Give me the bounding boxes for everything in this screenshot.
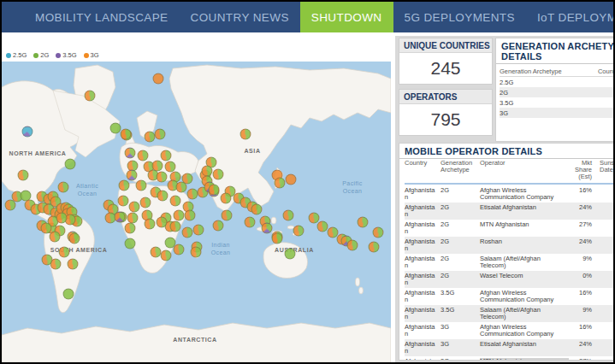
table-row[interactable]: Afghanistan3GEtisalat Afghanistan24% [405, 339, 615, 356]
operator-pie-marker[interactable] [176, 182, 187, 193]
table-row[interactable]: Afghanistan2GEtisalat Afghanistan24% [405, 203, 615, 220]
operator-pie-marker[interactable] [245, 217, 256, 228]
operator-pie-marker[interactable] [182, 227, 193, 238]
operator-pie-marker[interactable] [59, 247, 70, 258]
table-row[interactable]: Afghanistan3GAfghan Wireless Communicati… [405, 322, 615, 339]
operator-pie-marker[interactable] [125, 148, 136, 159]
operator-pie-marker[interactable] [193, 225, 204, 236]
op-cell-archetype: 3G [441, 358, 480, 360]
operator-pie-marker[interactable] [161, 150, 172, 161]
table-row[interactable]: 2G239683 [500, 87, 615, 97]
op-cell-operator: Afghan Wireless Communication Company [480, 324, 569, 338]
operator-pie-marker[interactable] [286, 174, 297, 185]
operator-pie-marker[interactable] [125, 223, 136, 234]
op-cell-mkt_share: 24% [569, 204, 596, 218]
legend-dot-icon [33, 53, 38, 58]
operator-pie-marker[interactable] [157, 217, 168, 228]
op-cell-archetype: 2G [441, 204, 480, 218]
gen-cell: 2.5G [500, 79, 589, 86]
operator-pie-marker[interactable] [115, 212, 126, 223]
operator-pie-marker[interactable] [187, 189, 198, 200]
operator-pie-marker[interactable] [22, 126, 33, 138]
operator-pie-marker[interactable] [68, 259, 79, 270]
operator-pie-marker[interactable] [5, 200, 16, 211]
unique-countries-card: UNIQUE COUNTRIES 245 [399, 38, 492, 84]
operator-pie-marker[interactable] [136, 180, 147, 191]
operator-pie-marker[interactable] [125, 238, 136, 250]
operator-pie-marker[interactable] [213, 220, 224, 232]
operator-pie-marker[interactable] [63, 289, 74, 300]
operator-pie-marker[interactable] [185, 210, 196, 221]
operator-pie-marker[interactable] [110, 123, 121, 134]
nav-tab-iot-deployments[interactable]: IoT DEPLOYMENTS [526, 2, 615, 32]
nav-tab-mobility-landscape[interactable]: MOBILITY LANDSCAPE [24, 2, 180, 32]
op-cell-operator: MTN Afghanistan [480, 221, 569, 235]
operator-pie-marker[interactable] [347, 240, 358, 251]
operator-pie-marker[interactable] [121, 129, 132, 140]
op-cell-country: Afghanistan [405, 221, 441, 235]
operator-pie-marker[interactable] [153, 73, 164, 85]
operator-pie-marker[interactable] [140, 197, 151, 208]
operator-pie-marker[interactable] [191, 247, 202, 258]
operator-pie-marker[interactable] [293, 226, 305, 237]
operator-pie-marker[interactable] [58, 182, 69, 193]
operator-pie-marker[interactable] [155, 129, 166, 140]
gen-col-header: Generation Archetype [500, 68, 589, 75]
table-row[interactable]: Afghanistan2GWasel Telecom0% [405, 271, 615, 288]
legend-item-2-5g: 2.5G [6, 51, 27, 59]
operator-pie-marker[interactable] [174, 210, 185, 221]
operator-pie-marker[interactable] [209, 185, 220, 196]
operator-pie-marker[interactable] [50, 232, 61, 243]
operator-pie-marker[interactable] [317, 221, 328, 232]
dashboard: MOBILITY LANDSCAPECOUNTRY NEWSSHUTDOWN5G… [0, 0, 615, 364]
operator-pie-marker[interactable] [119, 180, 130, 191]
operator-pie-marker[interactable] [145, 219, 156, 230]
table-row[interactable]: Afghanistan3GMTN Afghanistan27% [405, 356, 615, 360]
table-row[interactable]: Afghanistan2GAfghan Wireless Communicati… [405, 185, 615, 203]
operator-pie-marker[interactable] [222, 210, 233, 221]
operator-pie-marker[interactable] [42, 255, 53, 266]
op-cell-sunset_date [596, 307, 615, 320]
table-row[interactable]: Afghanistan2GRoshan24% [405, 237, 615, 254]
table-row[interactable]: 3G234682 [500, 108, 615, 118]
operator-pie-marker[interactable] [85, 91, 96, 102]
operator-pie-marker[interactable] [170, 196, 181, 207]
operator-pie-marker[interactable] [285, 249, 296, 260]
operator-pie-marker[interactable] [18, 170, 29, 181]
operator-pie-marker[interactable] [358, 217, 369, 228]
operator-pie-marker[interactable] [251, 204, 263, 215]
operator-pie-marker[interactable] [157, 172, 168, 183]
operator-pie-marker[interactable] [161, 250, 172, 261]
operator-pie-marker[interactable] [170, 221, 181, 232]
operator-pie-marker[interactable] [240, 129, 251, 140]
table-row[interactable]: 2.5G11 [500, 77, 615, 87]
table-row[interactable]: Afghanistan3.5GAfghan Wireless Communica… [405, 288, 615, 305]
operator-pie-marker[interactable] [213, 169, 224, 180]
operator-pie-marker[interactable] [69, 233, 80, 244]
operator-pie-marker[interactable] [174, 244, 185, 255]
operator-pie-marker[interactable] [127, 170, 138, 181]
operator-pie-marker[interactable] [56, 213, 68, 224]
table-row[interactable]: Afghanistan2GMTN Afghanistan27% [405, 220, 615, 237]
legend-label: 3G [91, 51, 99, 59]
table-row[interactable]: Afghanistan2GSalaam (Aftel/Afghan Teleco… [405, 254, 615, 271]
operator-pie-marker[interactable] [275, 178, 286, 189]
operator-pie-marker[interactable] [138, 150, 149, 161]
operator-pie-marker[interactable] [272, 233, 283, 244]
op-cell-archetype: 2G [441, 255, 480, 269]
nav-tab-country-news[interactable]: COUNTRY NEWS [180, 2, 300, 32]
mobile-operator-panel: MOBILE OPERATOR DETAILS CountryGeneratio… [399, 144, 615, 360]
operator-pie-marker[interactable] [118, 196, 129, 207]
nav-tab-5g-deployments[interactable]: 5G DEPLOYMENTS [393, 2, 526, 32]
operator-pie-marker[interactable] [369, 242, 380, 253]
operator-pie-marker[interactable] [283, 210, 294, 221]
nav-tab-shutdown[interactable]: SHUTDOWN [300, 2, 393, 32]
operator-pie-marker[interactable] [65, 159, 76, 170]
operator-pie-marker[interactable] [157, 191, 169, 202]
operator-pie-marker[interactable] [129, 202, 140, 213]
operator-pie-marker[interactable] [221, 193, 232, 204]
operator-pie-marker[interactable] [373, 227, 384, 238]
table-row[interactable]: 3.5G1625 [500, 97, 615, 108]
operator-pie-marker[interactable] [262, 223, 273, 234]
table-row[interactable]: Afghanistan3.5GSalaam (Aftel/Afghan Tele… [405, 305, 615, 322]
